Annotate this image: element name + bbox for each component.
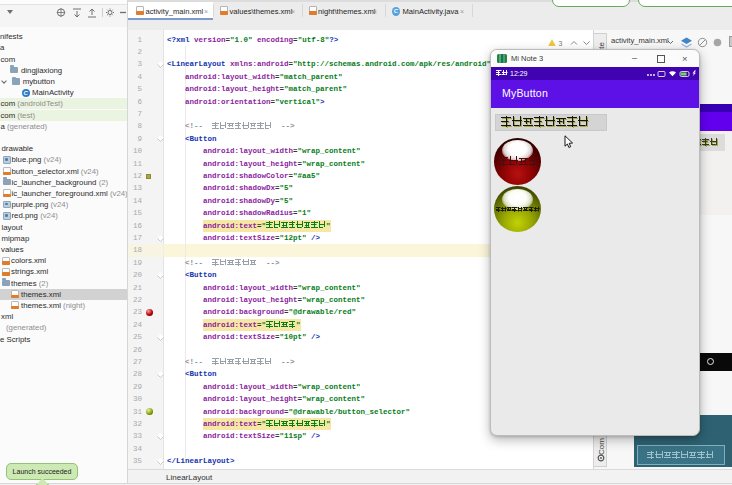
- svg-text:3: 3: [559, 40, 563, 47]
